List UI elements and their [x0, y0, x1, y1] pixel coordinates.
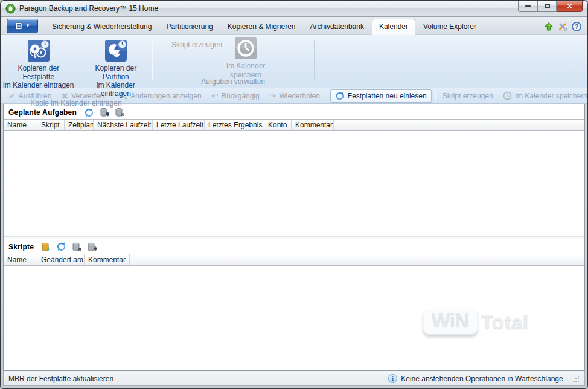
resize-grip[interactable]: [572, 375, 580, 382]
toolbar-separator: [435, 91, 435, 101]
copy-partition-to-calendar-button[interactable]: Kopieren der Partition im Kalender eintr…: [80, 38, 152, 99]
close-button[interactable]: ✕: [557, 1, 583, 12]
scripts-column-header: Name Geändert am Kommentar: [4, 254, 584, 266]
redo-icon: ↷: [269, 92, 276, 100]
tools-icon[interactable]: [558, 22, 567, 31]
scripts-list: WiN Total: [4, 266, 584, 371]
delete-script-icon[interactable]: ✕: [72, 242, 81, 252]
column-header-letztes-ergebnis[interactable]: Letztes Ergebnis: [205, 120, 264, 130]
svg-text:✕: ✕: [78, 246, 82, 252]
column-header-naechste-laufzeit[interactable]: Nächste Laufzeit: [94, 120, 153, 130]
tab-archivdatenbank[interactable]: Archivdatenbank: [304, 19, 371, 34]
status-right: i Keine anstehenden Operationen in Warte…: [388, 374, 580, 383]
refresh-scripts-icon[interactable]: [56, 242, 66, 252]
main-panel: Geplante Aufgaben ✱ ✕: [3, 104, 585, 371]
tasks-title: Geplante Aufgaben: [8, 108, 77, 117]
column-header-zeitplan[interactable]: Zeitplan: [65, 120, 94, 130]
menu-list-icon: [14, 22, 23, 30]
ribbon-kalender: Kopieren der Festplatte im Kalender eint…: [1, 35, 587, 88]
chevron-down-icon: ▼: [25, 24, 30, 28]
save-to-calendar-label: Im Kalender speichern: [226, 62, 266, 80]
undo-button[interactable]: ↶ Rückgängig: [207, 91, 264, 101]
copy-disk-to-calendar-button[interactable]: Kopieren der Festplatte im Kalender eint…: [1, 38, 77, 99]
script-properties-icon[interactable]: ✱: [87, 242, 97, 252]
save-to-calendar-ribbon-button[interactable]: Im Kalender speichern: [213, 37, 279, 80]
app-window: Paragon Backup and Recovery™ 15 Home ✕ ▼…: [0, 0, 588, 389]
tab-kopieren-migrieren[interactable]: Kopieren & Migrieren: [221, 19, 302, 34]
column-header-kommentar[interactable]: Kommentar: [85, 254, 130, 265]
watermark-part2: Total: [481, 311, 529, 333]
window-title: Paragon Backup and Recovery™ 15 Home: [19, 4, 158, 13]
column-header-geaendert-am[interactable]: Geändert am: [37, 254, 85, 265]
home-up-icon[interactable]: [544, 22, 554, 31]
generate-script-button[interactable]: Skript erzeugen: [438, 91, 497, 101]
minimize-button[interactable]: [518, 1, 537, 12]
svg-text:✕: ✕: [120, 112, 124, 117]
undo-icon: ↶: [211, 92, 219, 100]
tab-sicherung-wiederherstellung[interactable]: Sicherung & Wiederherstellung: [45, 19, 158, 34]
tasks-column-header: Name Skript Zeitplan Nächste Laufzeit Le…: [4, 119, 584, 131]
column-header-letzte-laufzeit[interactable]: Letzte Laufzeit: [153, 120, 205, 130]
window-controls: ✕: [518, 1, 583, 12]
tab-kalender[interactable]: Kalender: [372, 19, 415, 35]
toolbar-right-cluster: Skript erzeugen Im Kalender speichern Ex…: [433, 89, 588, 103]
column-header-konto[interactable]: Konto: [264, 120, 292, 130]
add-script-icon[interactable]: +: [41, 242, 51, 252]
svg-text:✱: ✱: [106, 111, 109, 117]
ribbon-group-kopie-kalender: Kopieren der Festplatte im Kalender eint…: [1, 35, 152, 88]
watermark-part1: WiN: [423, 309, 478, 335]
copy-partition-label: Kopieren der Partition im Kalender eintr…: [81, 64, 150, 98]
tab-volume-explorer[interactable]: Volume Explorer: [417, 19, 483, 34]
scripts-actions: + ✕ ✱: [41, 242, 97, 252]
refresh-disks-icon: [335, 91, 345, 101]
status-queue-text: Keine anstehenden Operationen in Wartesc…: [401, 375, 565, 383]
tab-partitionierung[interactable]: Partitionierung: [159, 19, 219, 34]
column-header-filler: [130, 254, 584, 265]
minimize-icon: [525, 5, 531, 7]
help-icon[interactable]: ?: [572, 22, 581, 31]
ribbon-group-aufgaben-verwalten: Skript erzeugen Im Kalender speichern: [152, 35, 314, 88]
column-header-name[interactable]: Name: [4, 120, 37, 130]
app-icon: [5, 4, 16, 14]
scripts-section-header: Skripte + ✕: [4, 239, 584, 254]
wintotal-watermark: WiN Total: [423, 309, 529, 335]
clock-save-icon: [234, 37, 257, 60]
rescan-disks-button[interactable]: Festplatten neu einlesen: [330, 89, 432, 103]
redo-button[interactable]: ↷ Wiederholen: [265, 91, 324, 101]
scripts-title: Skripte: [8, 243, 34, 251]
column-header-name[interactable]: Name: [4, 254, 37, 265]
maximize-button[interactable]: [537, 1, 557, 12]
tasks-list: [4, 131, 584, 236]
maximize-icon: [545, 4, 550, 8]
save-to-calendar-button[interactable]: Im Kalender speichern: [499, 90, 588, 101]
tab-tools: ?: [544, 22, 581, 31]
ribbon-tab-bar: ▼ Sicherung & Wiederherstellung Partitio…: [1, 17, 587, 35]
column-header-kommentar[interactable]: Kommentar: [292, 120, 334, 130]
copy-disk-label: Kopieren der Festplatte im Kalender eint…: [2, 64, 75, 89]
svg-text:+: +: [46, 245, 50, 252]
column-header-skript[interactable]: Skript: [37, 120, 65, 130]
partition-copy-calendar-icon: [104, 39, 127, 62]
column-header-filler: [334, 120, 584, 130]
status-left-text: MBR der Festplatte aktualisieren: [8, 375, 113, 383]
info-icon: i: [388, 374, 397, 383]
main-menu-button[interactable]: ▼: [7, 19, 38, 33]
clock-icon: [503, 91, 512, 100]
close-icon: ✕: [567, 2, 572, 10]
ribbon-group-separator: [314, 40, 315, 80]
title-bar: Paragon Backup and Recovery™ 15 Home ✕: [1, 1, 587, 17]
status-bar: MBR der Festplatte aktualisieren i Keine…: [3, 371, 585, 386]
svg-text:✱: ✱: [93, 246, 97, 252]
disk-copy-calendar-icon: [27, 39, 50, 62]
ribbon-group-label: Kopie im Kalender eintragen: [1, 99, 152, 109]
